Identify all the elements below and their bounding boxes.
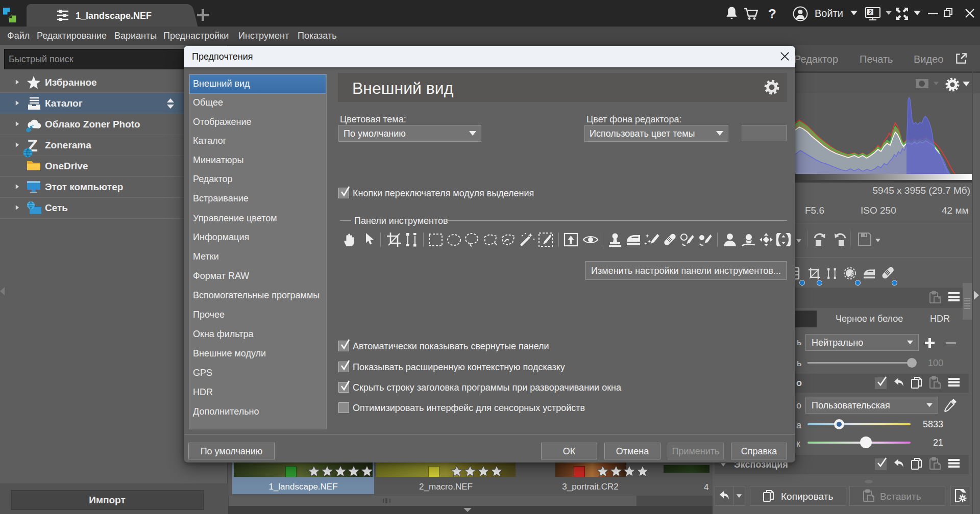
svg-text:2: 2 bbox=[869, 9, 872, 15]
